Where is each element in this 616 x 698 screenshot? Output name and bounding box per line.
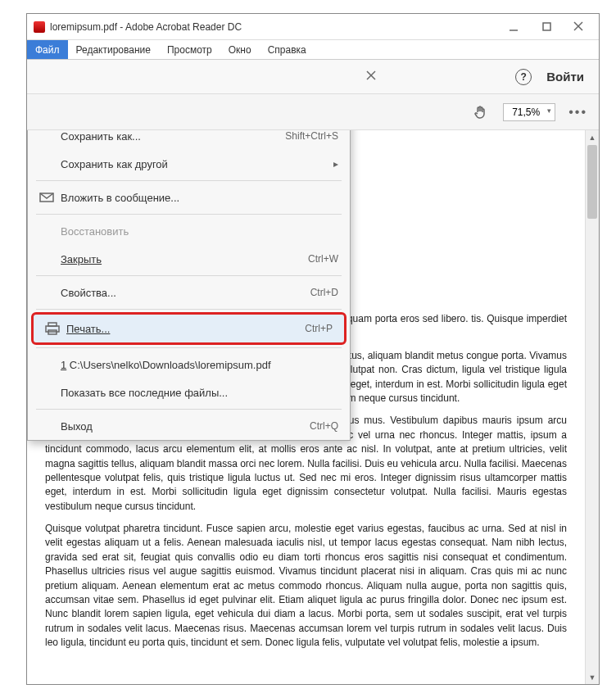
- menu-recent-1[interactable]: 1 C:\Users\nelko\Downloads\loremipsum.pd…: [28, 351, 350, 378]
- menu-attach-email[interactable]: Вложить в сообщение...: [28, 184, 350, 211]
- shortcut-label: Shift+Ctrl+S: [285, 130, 338, 142]
- menu-help[interactable]: Справка: [260, 40, 315, 59]
- window-title: loremipsum.pdf - Adobe Acrobat Reader DC: [50, 21, 242, 33]
- menu-separator: [36, 180, 342, 181]
- menu-item-label: Закрыть: [61, 253, 102, 265]
- login-button[interactable]: Войти: [543, 70, 587, 84]
- titlebar: loremipsum.pdf - Adobe Acrobat Reader DC: [27, 14, 599, 40]
- menu-show-all-recent[interactable]: Показать все последние файлы...: [28, 378, 350, 406]
- menu-item-label: 1 C:\Users\nelko\Downloads\loremipsum.pd…: [57, 359, 338, 371]
- menu-window[interactable]: Окно: [220, 40, 260, 59]
- hand-tool-icon[interactable]: [472, 103, 490, 121]
- menu-edit[interactable]: Редактирование: [68, 40, 159, 59]
- shortcut-label: Ctrl+Q: [310, 420, 338, 432]
- menu-item-label: Восстановить: [57, 225, 338, 238]
- envelope-icon: [36, 193, 57, 202]
- menu-item-label: Выход: [57, 420, 310, 433]
- printer-icon: [42, 322, 63, 335]
- scroll-thumb[interactable]: [587, 145, 597, 219]
- pdf-icon: [34, 21, 45, 33]
- shortcut-label: Ctrl+P: [305, 323, 333, 334]
- secondary-toolbar: 71,5% •••: [27, 94, 599, 130]
- close-button[interactable]: [563, 16, 596, 39]
- menu-file[interactable]: Файл: [27, 40, 68, 59]
- menubar: Файл Редактирование Просмотр Окно Справк…: [27, 40, 599, 60]
- menu-item-label: Вложить в сообщение...: [57, 192, 338, 204]
- menu-print[interactable]: Печать... Ctrl+P: [31, 312, 346, 345]
- menu-save-as[interactable]: Сохранить как... Shift+Ctrl+S: [28, 130, 350, 150]
- menu-restore: Восстановить: [28, 217, 350, 245]
- menu-item-label: Сохранить как...: [57, 130, 285, 143]
- app-window: loremipsum.pdf - Adobe Acrobat Reader DC…: [26, 13, 600, 685]
- menu-item-label: Показать все последние файлы...: [57, 387, 338, 399]
- menu-exit[interactable]: Выход Ctrl+Q: [28, 412, 350, 440]
- menu-separator: [36, 347, 342, 348]
- scroll-up-icon[interactable]: ▲: [586, 130, 599, 144]
- scroll-down-icon[interactable]: ▼: [586, 670, 599, 684]
- menu-properties[interactable]: Свойства... Ctrl+D: [28, 279, 350, 306]
- menu-separator: [36, 409, 342, 410]
- top-toolbar: ? Войти: [27, 60, 599, 94]
- document-text: Quisque volutpat pharetra tincidunt. Fus…: [45, 522, 567, 650]
- close-tab-icon[interactable]: [366, 70, 376, 83]
- minimize-button[interactable]: [497, 16, 530, 39]
- menu-item-label: Сохранить как другой: [57, 158, 333, 170]
- vertical-scrollbar[interactable]: ▲ ▼: [585, 130, 599, 684]
- submenu-arrow-icon: ▸: [333, 158, 338, 170]
- maximize-button[interactable]: [530, 16, 563, 39]
- menu-item-label: Печать...: [66, 323, 110, 335]
- help-icon[interactable]: ?: [515, 69, 532, 85]
- menu-save-other[interactable]: Сохранить как другой ▸: [28, 150, 350, 178]
- svg-rect-1: [543, 23, 550, 30]
- menu-separator: [36, 214, 342, 215]
- titlebar-left: loremipsum.pdf - Adobe Acrobat Reader DC: [34, 21, 242, 33]
- zoom-select[interactable]: 71,5%: [503, 103, 555, 121]
- menu-close-doc[interactable]: Закрыть Ctrl+W: [28, 245, 350, 273]
- menu-view[interactable]: Просмотр: [159, 40, 220, 59]
- more-tools-icon[interactable]: •••: [568, 105, 587, 120]
- window-controls: [497, 16, 596, 39]
- shortcut-label: Ctrl+W: [308, 253, 338, 265]
- file-menu-dropdown: Открыть... Ctrl+O Сохранить Ctrl+S Сохра…: [27, 130, 351, 441]
- shortcut-label: Ctrl+D: [310, 287, 338, 298]
- menu-separator: [36, 275, 342, 276]
- menu-separator: [36, 309, 342, 310]
- content-area: lla est purus, ultrices in porttitor s. …: [27, 130, 599, 684]
- menu-item-label: Свойства...: [57, 287, 310, 299]
